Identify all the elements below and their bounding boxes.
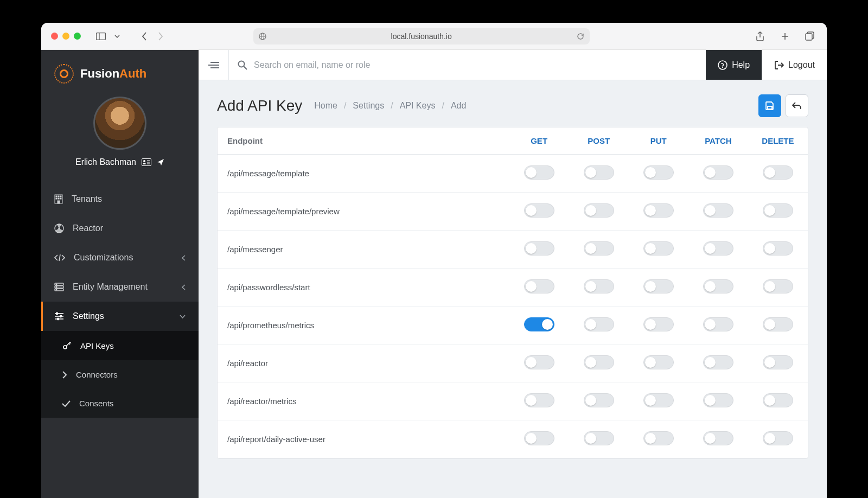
sidebar-item-entity-management[interactable]: Entity Management <box>41 272 199 302</box>
sidebar-item-api-keys[interactable]: API Keys <box>41 331 199 360</box>
tab-overview-icon[interactable] <box>803 29 817 43</box>
permission-toggle-get[interactable] <box>524 279 554 293</box>
sidebar-item-settings[interactable]: Settings <box>41 302 199 331</box>
help-button[interactable]: Help <box>706 50 762 80</box>
collapse-sidebar-button[interactable] <box>199 50 229 80</box>
breadcrumb-item[interactable]: Settings <box>353 101 384 111</box>
back-button[interactable] <box>786 94 808 117</box>
location-arrow-icon <box>157 158 164 166</box>
nav-back-icon[interactable] <box>137 29 151 43</box>
search-icon <box>238 60 247 70</box>
permission-toggle-delete[interactable] <box>763 241 793 256</box>
permission-toggle-delete[interactable] <box>763 279 793 293</box>
toggle-cell <box>688 231 748 269</box>
permission-toggle-patch[interactable] <box>703 203 733 218</box>
permission-toggle-post[interactable] <box>584 431 614 445</box>
permission-toggle-get[interactable] <box>524 317 554 331</box>
permission-toggle-get[interactable] <box>524 393 554 407</box>
new-tab-icon[interactable] <box>778 29 792 43</box>
svg-rect-17 <box>60 196 61 197</box>
permission-toggle-get[interactable] <box>524 203 554 218</box>
permission-toggle-get[interactable] <box>524 165 554 180</box>
permission-toggle-patch[interactable] <box>703 317 733 331</box>
permission-toggle-delete[interactable] <box>763 203 793 218</box>
sidebar-item-reactor[interactable]: Reactor <box>41 214 199 243</box>
chevron-left-icon <box>182 284 186 290</box>
permission-toggle-put[interactable] <box>643 165 674 180</box>
permission-toggle-patch[interactable] <box>703 279 733 293</box>
permission-toggle-delete[interactable] <box>763 431 793 445</box>
svg-line-41 <box>244 66 247 69</box>
sidebar-item-tenants[interactable]: Tenants <box>41 184 199 214</box>
breadcrumb-item[interactable]: API Keys <box>400 101 436 111</box>
permission-toggle-get[interactable] <box>524 355 554 369</box>
logout-button[interactable]: Logout <box>762 50 827 80</box>
permission-toggle-put[interactable] <box>643 241 674 256</box>
sidebar-item-connectors[interactable]: Connectors <box>41 360 199 389</box>
col-get[interactable]: GET <box>509 127 569 155</box>
permission-toggle-delete[interactable] <box>763 317 793 331</box>
user-profile[interactable]: Erlich Bachman <box>41 91 199 177</box>
svg-rect-21 <box>58 201 60 203</box>
key-icon <box>62 341 72 350</box>
svg-rect-10 <box>143 163 146 164</box>
page-header: Add API Key Home/ Settings/ API Keys/ Ad… <box>199 80 827 127</box>
svg-rect-0 <box>97 33 106 40</box>
permission-toggle-post[interactable] <box>584 355 614 369</box>
permission-toggle-patch[interactable] <box>703 393 733 407</box>
toggle-cell <box>509 269 569 307</box>
window-zoom-icon[interactable] <box>74 33 81 40</box>
permission-toggle-post[interactable] <box>584 393 614 407</box>
col-delete[interactable]: DELETE <box>748 127 808 155</box>
col-patch[interactable]: PATCH <box>688 127 748 155</box>
permission-toggle-patch[interactable] <box>703 431 733 445</box>
site-settings-icon[interactable] <box>259 33 266 40</box>
permission-toggle-patch[interactable] <box>703 241 733 256</box>
sidebar-item-customizations[interactable]: Customizations <box>41 243 199 272</box>
permission-toggle-post[interactable] <box>584 241 614 256</box>
svg-rect-19 <box>58 198 59 199</box>
save-icon <box>765 101 775 111</box>
permission-toggle-delete[interactable] <box>763 355 793 369</box>
save-button[interactable] <box>758 94 781 117</box>
permission-toggle-post[interactable] <box>584 317 614 331</box>
permission-toggle-put[interactable] <box>643 317 674 331</box>
endpoint-cell: /api/report/daily-active-user <box>218 420 509 458</box>
svg-rect-18 <box>56 198 57 199</box>
server-icon <box>54 283 64 291</box>
window-minimize-icon[interactable] <box>62 33 69 40</box>
sidebar-item-consents[interactable]: Consents <box>41 389 199 418</box>
window-close-icon[interactable] <box>51 33 58 40</box>
search-input[interactable] <box>254 60 697 70</box>
col-put[interactable]: PUT <box>629 127 688 155</box>
permission-toggle-delete[interactable] <box>763 393 793 407</box>
toggle-cell <box>629 155 688 193</box>
address-bar[interactable]: local.fusionauth.io <box>253 28 590 44</box>
breadcrumb-item: Add <box>451 101 466 111</box>
permission-toggle-post[interactable] <box>584 165 614 180</box>
browser-window: local.fusionauth.io FusionAuth <box>41 23 827 498</box>
permission-toggle-put[interactable] <box>643 393 674 407</box>
tab-dropdown-icon[interactable] <box>110 29 124 43</box>
permission-toggle-put[interactable] <box>643 203 674 218</box>
sidebar-toggle-icon[interactable] <box>94 29 108 43</box>
reload-icon[interactable] <box>577 33 584 40</box>
col-post[interactable]: POST <box>569 127 629 155</box>
permission-toggle-put[interactable] <box>643 279 674 293</box>
sidebar-nav: Tenants Reactor Customizations Entity Ma… <box>41 184 199 418</box>
brand-logo-icon <box>54 64 74 84</box>
permission-toggle-get[interactable] <box>524 431 554 445</box>
breadcrumb-item[interactable]: Home <box>314 101 337 111</box>
permission-toggle-post[interactable] <box>584 279 614 293</box>
toggle-cell <box>688 344 748 382</box>
permission-toggle-post[interactable] <box>584 203 614 218</box>
share-icon[interactable] <box>753 29 767 43</box>
permission-toggle-get[interactable] <box>524 241 554 256</box>
endpoints-table: Endpoint GET POST PUT PATCH DELETE /api/… <box>218 127 808 458</box>
permission-toggle-delete[interactable] <box>763 165 793 180</box>
endpoint-cell: /api/passwordless/start <box>218 269 509 307</box>
permission-toggle-put[interactable] <box>643 431 674 445</box>
permission-toggle-put[interactable] <box>643 355 674 369</box>
permission-toggle-patch[interactable] <box>703 355 733 369</box>
permission-toggle-patch[interactable] <box>703 165 733 180</box>
